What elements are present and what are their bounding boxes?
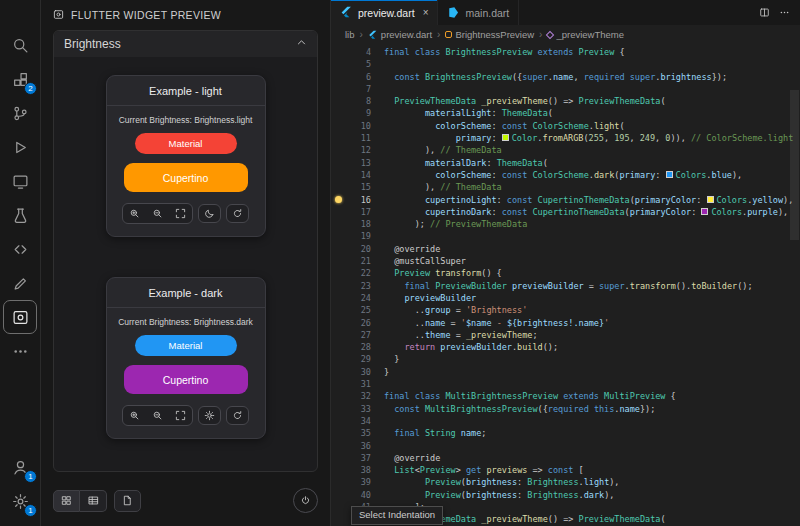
remote-explorer-icon[interactable] [3,164,37,198]
code-line[interactable]: 34 [331,415,800,427]
code-line[interactable]: 16 cupertinoLight: const CupertinoThemeD… [331,194,800,206]
breadcrumb-file[interactable]: preview.dart [368,29,432,40]
testing-flask-icon[interactable] [3,198,37,232]
document-button[interactable] [114,490,141,512]
more-actions-icon[interactable] [779,4,790,22]
code-text: previewBuilder [384,292,476,304]
breadcrumb-class[interactable]: BrightnessPreview [445,29,534,40]
code-line[interactable]: 35 final String name; [331,427,800,439]
code-line[interactable]: 21 @mustCallSuper [331,255,800,267]
code-line[interactable]: 18 ); // PreviewThemeData [331,218,800,230]
material-button[interactable]: Material [135,335,237,356]
light-mode-toggle-button[interactable] [198,406,221,425]
zoom-in-button[interactable] [123,204,146,223]
color-swatch[interactable] [701,208,708,215]
code-line[interactable]: 15 ), // ThemeData [331,181,800,193]
fullscreen-button[interactable] [169,204,192,223]
code-references-icon[interactable] [3,232,37,266]
layout-toggle-group [53,490,107,512]
code-line[interactable]: 8 PreviewThemeData _previewTheme() => Pr… [331,95,800,107]
preview-toolbar [107,405,265,438]
code-lines: 4final class BrightnessPreview extends P… [331,46,800,526]
zoom-out-button[interactable] [146,406,169,425]
refresh-button[interactable] [226,204,249,223]
code-text: ), // ThemeData [384,144,502,156]
code-text: Preview transform() { [384,267,502,279]
brightness-section-header[interactable]: Brightness [54,31,317,57]
line-number: 30 [331,366,384,378]
breadcrumb-method[interactable]: _previewTheme [547,29,624,40]
code-text: @mustCallSuper [384,255,466,267]
code-line[interactable]: 11 primary: Color.fromARGB(255, 195, 249… [331,132,800,144]
code-line[interactable]: 31 [331,378,800,390]
scrollbar-thumb[interactable] [790,90,799,240]
code-line[interactable]: 37 @override [331,452,800,464]
code-editor[interactable]: 4final class BrightnessPreview extends P… [331,44,800,526]
code-line[interactable]: 20 @override [331,243,800,255]
restart-button[interactable] [293,488,318,513]
code-line[interactable]: 38 List<Preview> get previews => const [ [331,464,800,476]
code-line[interactable]: 10 colorScheme: const ColorScheme.light( [331,120,800,132]
tab-preview-dart[interactable]: preview.dart × [331,0,438,25]
code-line[interactable]: 23 final PreviewBuilder previewBuilder =… [331,280,800,292]
code-line[interactable]: 5 [331,58,800,70]
code-line[interactable]: 32final class MultiBrightnessPreview ext… [331,390,800,402]
code-line[interactable]: 7 [331,83,800,95]
code-line[interactable]: 28 return previewBuilder.build(); [331,341,800,353]
code-line[interactable]: 30} [331,366,800,378]
color-swatch[interactable] [666,171,673,178]
color-swatch[interactable] [502,134,509,141]
code-line[interactable]: 26 ..name = '$name - ${brightness!.name}… [331,317,800,329]
cupertino-button[interactable]: Cupertino [124,365,248,394]
code-line[interactable]: 39 Preview(brightness: Brightness.light)… [331,476,800,488]
source-control-icon[interactable] [3,96,37,130]
code-line[interactable]: 12 ), // ThemeData [331,144,800,156]
chevron-up-icon[interactable] [296,37,307,51]
code-text: colorScheme: const ColorScheme.dark(prim… [384,169,742,181]
split-editor-icon[interactable] [759,4,770,22]
code-line[interactable]: 29 } [331,353,800,365]
code-line[interactable]: 25 ..group = 'Brightness' [331,304,800,316]
settings-gear-icon[interactable]: 1 [3,484,37,518]
color-swatch[interactable] [707,196,714,203]
code-line[interactable]: 27 ..theme = _previewTheme; [331,329,800,341]
code-line[interactable]: 17 cupertinoDark: const CupertinoThemeDa… [331,206,800,218]
widget-preview-icon[interactable] [3,300,37,334]
code-line[interactable]: 13 materialDark: ThemeData( [331,157,800,169]
line-number: 4 [331,46,384,58]
fullscreen-button[interactable] [169,406,192,425]
cupertino-button[interactable]: Cupertino [124,163,248,192]
accounts-icon[interactable]: 1 [3,450,37,484]
zoom-in-button[interactable] [123,406,146,425]
code-line[interactable]: 33 const MultiBrightnessPreview({require… [331,403,800,415]
code-line[interactable]: 6 const BrightnessPreview({super.name, r… [331,71,800,83]
zoom-out-button[interactable] [146,204,169,223]
lightbulb-icon[interactable] [335,196,342,203]
dark-mode-toggle-button[interactable] [198,204,221,223]
code-line[interactable]: 4final class BrightnessPreview extends P… [331,46,800,58]
material-button[interactable]: Material [135,133,237,154]
grid-view-button[interactable] [53,490,80,512]
code-text: @override [384,452,440,464]
code-line[interactable]: 9 materialLight: ThemeData( [331,107,800,119]
code-line[interactable]: 22 Preview transform() { [331,267,800,279]
edit-pencil-icon[interactable] [3,266,37,300]
search-icon[interactable] [3,28,37,62]
run-debug-icon[interactable] [3,130,37,164]
line-number: 17 [331,206,384,218]
extensions-icon[interactable]: 2 [3,62,37,96]
breadcrumb-lib[interactable]: lib [345,29,355,40]
code-line[interactable]: 19 [331,230,800,242]
refresh-button[interactable] [226,406,249,425]
preview-list: Example - light Current Brightness: Brig… [54,57,317,471]
code-line[interactable]: 24 previewBuilder [331,292,800,304]
code-line[interactable]: 36 [331,440,800,452]
tab-main-dart[interactable]: main.dart [438,0,519,25]
flutter-file-icon [340,6,353,19]
code-line[interactable]: 14 colorScheme: const ColorScheme.dark(p… [331,169,800,181]
code-text: ), // ThemeData [384,181,502,193]
code-line[interactable]: 40 Preview(brightness: Brightness.dark), [331,489,800,501]
table-view-button[interactable] [80,490,107,512]
tab-close-icon[interactable]: × [423,7,429,18]
more-views-icon[interactable] [3,334,37,368]
